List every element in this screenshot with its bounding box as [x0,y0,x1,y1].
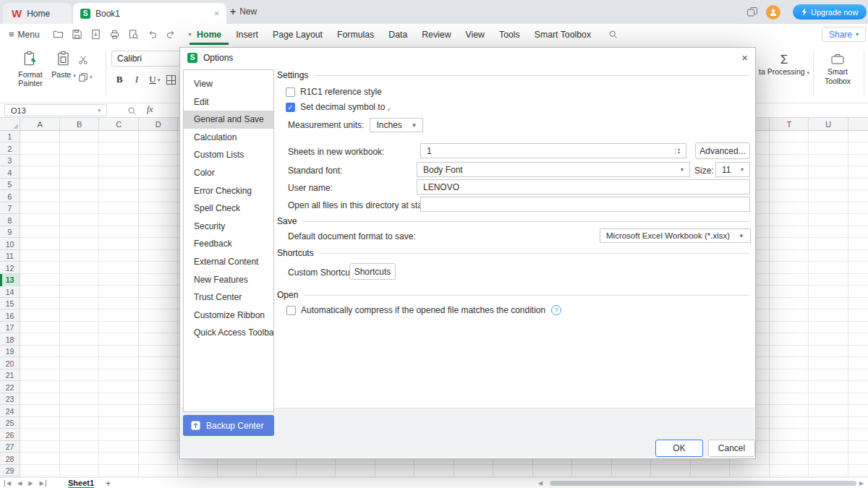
row-header-19[interactable]: 19 [0,346,20,358]
smart-toolbox-button[interactable]: Smart Toolbox [816,52,859,86]
compress-checkbox-row[interactable]: Automatically compress if the opened fil… [286,305,561,315]
column-header-T[interactable]: T [770,118,809,130]
add-sheet-button[interactable]: + [106,478,111,488]
options-item-security[interactable]: Security [184,218,273,236]
options-item-feedback[interactable]: Feedback [184,235,273,253]
magnifier-icon[interactable] [127,106,137,119]
scroll-left-icon[interactable]: ◀ [538,480,542,487]
open-icon[interactable] [52,28,64,40]
shortcuts-button[interactable]: Shortcuts [349,263,396,280]
cancel-button[interactable]: Cancel [708,440,755,457]
row-header-7[interactable]: 7 [0,202,20,215]
row-header-21[interactable]: 21 [0,369,20,382]
options-item-error-checking[interactable]: Error Checking [184,182,273,200]
row-header-26[interactable]: 26 [0,429,20,442]
copy-button[interactable]: ▾ [78,72,93,82]
options-item-new-features[interactable]: New Features [184,271,273,289]
row-header-6[interactable]: 6 [0,191,20,203]
column-header-U[interactable]: U [809,118,848,130]
tab-close-icon[interactable]: × [214,9,219,19]
default-format-dropdown[interactable]: Microsoft Excel Workbook (*.xlsx) ▼ [600,228,751,243]
row-header-3[interactable]: 3 [0,155,20,167]
row-header-14[interactable]: 14 [0,286,20,299]
options-item-view[interactable]: View [184,75,273,93]
spinner-icon[interactable]: ▴▾ [675,147,680,155]
tab-formulas[interactable]: Formulas [330,24,381,45]
measurement-units-dropdown[interactable]: Inches ▼ [370,118,423,132]
chevron-down-icon[interactable]: ▾ [158,77,161,83]
options-item-edit[interactable]: Edit [184,93,273,111]
tab-view[interactable]: View [459,24,492,45]
help-icon[interactable]: ? [551,305,561,315]
row-header-2[interactable]: 2 [0,143,20,155]
first-sheet-icon[interactable]: ◀ [4,480,11,487]
row-header-17[interactable]: 17 [0,322,20,334]
redo-icon[interactable] [165,28,177,40]
row-header-28[interactable]: 28 [0,453,20,466]
home-tab[interactable]: W Home [3,3,72,24]
options-item-customize-ribbon[interactable]: Customize Ribbon [184,307,273,325]
column-header-B[interactable]: B [60,118,100,130]
options-item-quick-access-toolbar[interactable]: Quick Access Toolbar [184,324,273,342]
options-item-custom-lists[interactable]: Custom Lists [184,146,273,164]
export-pdf-icon[interactable] [90,28,102,40]
print-preview-icon[interactable] [127,28,140,40]
username-input[interactable] [417,179,750,194]
row-header-24[interactable]: 24 [0,406,20,418]
scroll-right-icon[interactable]: ▶ [859,480,864,487]
share-button[interactable]: Share ▾ [822,27,866,42]
close-icon[interactable]: × [741,51,748,64]
options-item-external-content[interactable]: External Content [184,253,273,271]
undo-icon[interactable] [146,28,158,40]
new-document-button[interactable]: + New [230,6,257,17]
options-item-spell-check[interactable]: Spell Check [184,200,273,218]
row-header-9[interactable]: 9 [0,226,20,239]
search-icon[interactable] [608,24,618,45]
format-painter-button[interactable]: Format Painter [12,51,49,88]
horizontal-scrollbar[interactable] [550,481,856,486]
row-header-16[interactable]: 16 [0,310,20,322]
font-size-dropdown[interactable]: 11 ▾ [715,162,750,177]
decimal-checkbox-row[interactable]: Set decimal symbol to , [286,102,390,112]
options-item-trust-center[interactable]: Trust Center [184,288,273,307]
row-header-15[interactable]: 15 [0,298,20,310]
row-header-13[interactable]: 13 [0,274,20,286]
dialog-titlebar[interactable]: S Options × [180,48,755,67]
window-arrange-icon[interactable] [746,7,758,21]
sheets-input[interactable]: 1 ▴▾ [420,143,686,158]
tab-page-layout[interactable]: Page Layout [265,24,330,45]
options-item-calculation[interactable]: Calculation [184,129,273,147]
row-header-12[interactable]: 12 [0,262,20,275]
document-tab[interactable]: S Book1 × [73,3,226,24]
row-header-10[interactable]: 10 [0,239,20,251]
name-box[interactable]: O13 ▾ [4,104,107,116]
row-header-23[interactable]: 23 [0,393,20,406]
user-avatar[interactable] [766,5,780,20]
row-header-29[interactable]: 29 [0,465,20,477]
startup-directory-input[interactable] [420,197,750,212]
tab-review[interactable]: Review [414,24,458,45]
ok-button[interactable]: OK [655,440,703,457]
last-sheet-icon[interactable]: ▶ [39,480,46,487]
upgrade-now-button[interactable]: Upgrade now [793,4,867,20]
tab-insert[interactable]: Insert [229,24,265,45]
r1c1-checkbox-row[interactable]: R1C1 reference style [286,87,382,97]
row-header-18[interactable]: 18 [0,334,20,346]
next-sheet-icon[interactable]: ▶ [28,480,33,487]
print-icon[interactable] [109,28,121,40]
decimal-checkbox[interactable] [286,103,295,112]
column-header-C[interactable]: C [99,118,139,130]
compress-checkbox[interactable] [286,306,296,315]
row-header-22[interactable]: 22 [0,382,20,394]
tab-tools[interactable]: Tools [492,24,527,45]
standard-font-dropdown[interactable]: Body Font ▾ [417,162,690,177]
italic-button[interactable]: I [129,72,144,87]
column-header-A[interactable]: A [20,118,60,130]
row-header-1[interactable]: 1 [0,131,20,143]
row-header-11[interactable]: 11 [0,250,20,262]
insert-function-button[interactable]: fx [147,104,153,115]
data-processing-button[interactable]: Σ ta Processing ▾ [757,52,812,77]
options-item-general-and-save[interactable]: General and Save [184,111,273,129]
row-header-27[interactable]: 27 [0,441,20,453]
r1c1-checkbox[interactable] [286,87,295,97]
